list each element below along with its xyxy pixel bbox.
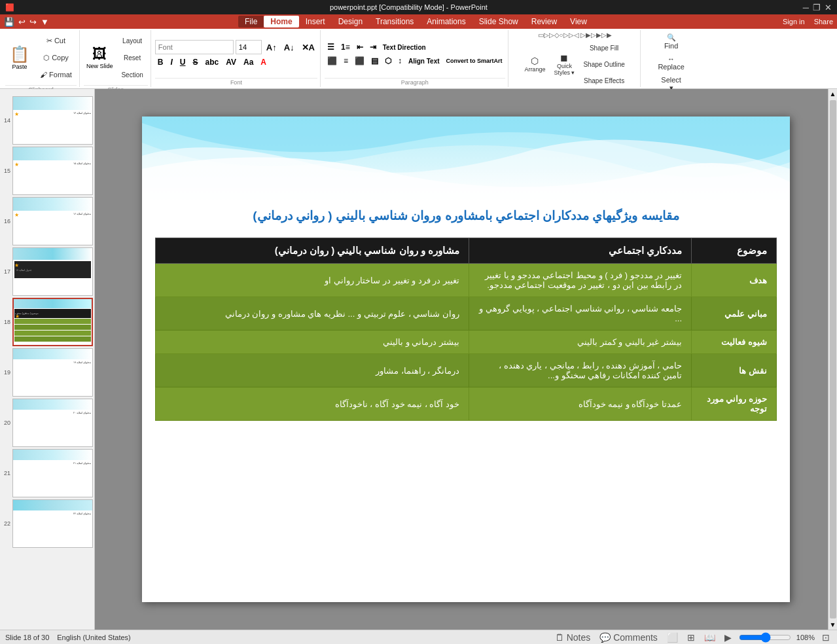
- slideshow-btn[interactable]: ▶: [722, 632, 734, 643]
- change-case-btn[interactable]: Aa: [241, 56, 256, 68]
- shape-fill-btn[interactable]: Shape Fill: [580, 40, 628, 56]
- window-title: powerpoint.ppt [Compatibility Mode] - Po…: [14, 3, 803, 11]
- align-text-btn[interactable]: Align Text: [406, 56, 442, 66]
- tab-insert[interactable]: Insert: [299, 16, 332, 27]
- format-painter-btn[interactable]: 🖌 Format: [37, 67, 75, 82]
- normal-view-btn[interactable]: ⬜: [665, 632, 680, 643]
- slide-thumb-14[interactable]: 14 محتوای اسلاید ۱۴ ★: [1, 96, 93, 145]
- status-bar: Slide 18 of 30 English (United States) 🗒…: [0, 630, 837, 644]
- window-controls[interactable]: ─ ❐ ✕: [803, 3, 832, 12]
- scroll-up-btn[interactable]: ▲: [828, 89, 837, 99]
- increase-indent-btn[interactable]: ⇥: [367, 41, 379, 53]
- section-btn[interactable]: Section: [118, 67, 146, 82]
- signin-btn[interactable]: Sign in: [783, 18, 805, 26]
- app-body: 14 محتوای اسلاید ۱۴ ★ 15 محتوای اسلاید ۱…: [0, 89, 837, 630]
- tab-design[interactable]: Design: [332, 16, 369, 27]
- share-btn[interactable]: Share: [814, 18, 833, 26]
- reset-btn[interactable]: Reset: [118, 50, 146, 65]
- cut-btn[interactable]: ✂ Cut: [37, 33, 75, 48]
- redo-btn[interactable]: ↪: [29, 17, 37, 27]
- cell-counsel-5: خود آگاه ، نيمه خود آگاه ، ناخودآگاه: [156, 387, 469, 421]
- slide-sorter-btn[interactable]: ⊞: [685, 632, 697, 643]
- layout-btn[interactable]: Layout: [118, 33, 146, 48]
- app-icon: 🟥: [5, 3, 14, 12]
- quick-access-toolbar[interactable]: 💾 ↩ ↪ ▼ File Home Insert Design Transiti…: [0, 14, 837, 29]
- undo-btn[interactable]: ↩: [18, 17, 26, 27]
- comments-btn[interactable]: 💬 Comments: [597, 632, 660, 643]
- zoom-slider[interactable]: [739, 632, 791, 643]
- cell-counsel-2: روان شناسي ، علوم تربيتي و ... نظريه هاي…: [156, 297, 469, 331]
- italic-btn[interactable]: I: [168, 56, 175, 68]
- slide-thumb-22[interactable]: 22 محتوای اسلاید ۲۲: [1, 499, 93, 548]
- char-spacing-btn[interactable]: AV: [223, 56, 239, 68]
- line-spacing-btn[interactable]: ↕: [395, 55, 404, 67]
- clear-format-btn[interactable]: ✕A: [299, 41, 317, 54]
- slide-thumb-15[interactable]: 15 محتوای اسلاید ۱۵ ★: [1, 147, 93, 195]
- shape-outline-btn[interactable]: Shape Outline: [580, 56, 628, 72]
- save-btn[interactable]: 💾: [4, 17, 14, 27]
- fit-slide-btn[interactable]: ⊡: [820, 632, 832, 643]
- restore-btn[interactable]: ❐: [813, 3, 821, 12]
- scroll-thumb[interactable]: [830, 100, 836, 618]
- strikethrough-btn[interactable]: S: [190, 56, 200, 68]
- close-btn[interactable]: ✕: [825, 3, 832, 12]
- new-slide-btn[interactable]: 🖼 New Slide: [84, 31, 116, 84]
- tab-transitions[interactable]: Transitions: [369, 16, 420, 27]
- decrease-indent-btn[interactable]: ⇤: [354, 41, 366, 53]
- tab-slideshow[interactable]: Slide Show: [472, 16, 525, 27]
- font-size-input[interactable]: [236, 40, 262, 54]
- numbering-btn[interactable]: 1≡: [338, 41, 353, 53]
- cell-subject-2: مباني علمي: [692, 297, 777, 331]
- font-shrink-btn[interactable]: A↓: [281, 41, 297, 54]
- underline-btn[interactable]: U: [177, 56, 188, 68]
- quick-access-dropdown[interactable]: ▼: [41, 17, 49, 27]
- scroll-down-btn[interactable]: ▼: [828, 620, 837, 630]
- table-header-row: موضوع مددكاري اجتماعي مشاوره و روان شناس…: [156, 238, 777, 264]
- language-indicator: English (United States): [57, 634, 131, 641]
- bold-btn[interactable]: B: [155, 56, 166, 68]
- col-btn[interactable]: ⬡: [382, 55, 394, 67]
- main-toolbar: 📋 Paste ✂ Cut ⬡ Copy 🖌 Format Clipboard …: [0, 29, 837, 89]
- replace-btn[interactable]: ↔ Replace: [654, 53, 687, 73]
- notes-btn[interactable]: 🗒 Notes: [553, 632, 592, 643]
- slide-thumb-17[interactable]: 17 جدول اسلاید ۱۷ ★: [1, 247, 93, 296]
- vertical-scrollbar[interactable]: ▲ ▼: [828, 89, 837, 630]
- shape-effects-btn[interactable]: Shape Effects: [580, 73, 628, 88]
- slide-thumb-20[interactable]: 20 محتوای اسلاید ۲۰: [1, 399, 93, 447]
- shadow-btn[interactable]: abc: [203, 56, 222, 68]
- tab-file[interactable]: File: [238, 16, 264, 27]
- font-grow-btn[interactable]: A↑: [264, 41, 279, 54]
- arrange-btn[interactable]: ⬡ Arrange: [521, 51, 548, 77]
- cell-subject-1: هدف: [692, 264, 777, 297]
- slide-info: Slide 18 of 30: [5, 634, 49, 641]
- find-btn[interactable]: 🔍 Find: [661, 31, 681, 52]
- slide-thumb-16[interactable]: 16 محتوای اسلاید ۱۶ ★: [1, 197, 93, 245]
- status-right[interactable]: 🗒 Notes 💬 Comments ⬜ ⊞ 📖 ▶ 108% ⊡: [553, 632, 832, 643]
- minimize-btn[interactable]: ─: [803, 3, 809, 12]
- copy-btn[interactable]: ⬡ Copy: [37, 50, 75, 65]
- slide-thumb-19[interactable]: 19 محتوای اسلاید ۱۹: [1, 348, 93, 397]
- ribbon-tab-bar[interactable]: File Home Insert Design Transitions Anim…: [236, 14, 596, 29]
- align-left-btn[interactable]: ⬛: [325, 55, 340, 67]
- smartart-btn[interactable]: Convert to SmartArt: [444, 56, 505, 65]
- cell-social-5: عمدتا خودآگاه و نيمه خودآگاه: [469, 387, 692, 421]
- tab-view[interactable]: View: [563, 16, 594, 27]
- align-center-btn[interactable]: ≡: [341, 55, 351, 67]
- paragraph-label: Paragraph: [325, 78, 505, 86]
- drawing-group: ▭▷▷◇○▷▷◁ ▷▶▷▶▷▶ ⬡ Arrange ◼ Quick Styles…: [510, 30, 641, 87]
- paste-btn[interactable]: 📋 Paste: [5, 31, 34, 84]
- font-name-input[interactable]: [155, 40, 234, 54]
- font-color-btn[interactable]: A: [258, 56, 269, 68]
- justify-btn[interactable]: ▤: [368, 55, 381, 67]
- align-right-btn[interactable]: ⬛: [352, 55, 367, 67]
- tab-home[interactable]: Home: [264, 16, 298, 27]
- slide-thumb-21[interactable]: 21 محتوای اسلاید ۲۱: [1, 449, 93, 497]
- slide-thumb-18-active[interactable]: 18 موضوع | مددكاري | مشاوره ★: [1, 298, 93, 346]
- text-direction-btn[interactable]: Text Direction: [380, 43, 429, 52]
- tab-review[interactable]: Review: [525, 16, 563, 27]
- bullets-btn[interactable]: ☰: [325, 41, 337, 53]
- quick-styles-btn[interactable]: ◼ Quick Styles ▾: [550, 50, 578, 78]
- reading-view-btn[interactable]: 📖: [702, 632, 717, 643]
- cell-social-1: تغيير در مددجو ( فرد ) و محيط اجتماعي مد…: [469, 264, 692, 297]
- tab-animations[interactable]: Animations: [420, 16, 472, 27]
